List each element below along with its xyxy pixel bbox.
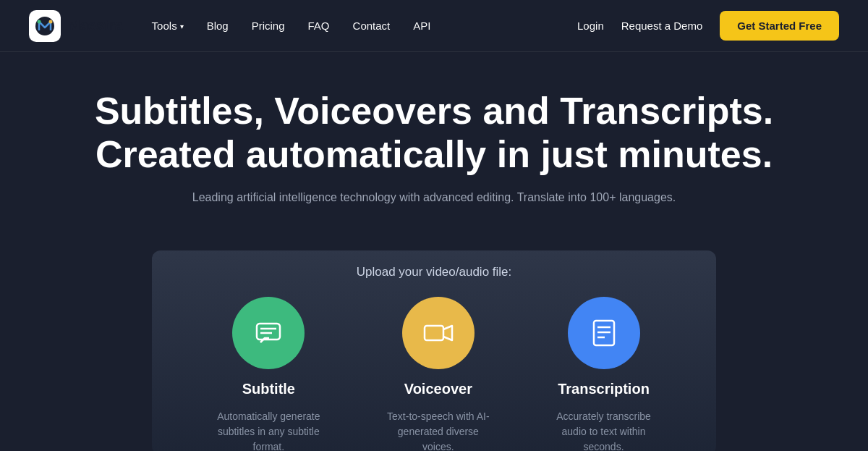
- transcription-icon-circle: [568, 297, 640, 369]
- subtitle-feature-name: Subtitle: [242, 381, 295, 397]
- login-button[interactable]: Login: [577, 20, 604, 32]
- logo[interactable]: Maestra: [29, 10, 123, 42]
- feature-card-transcription[interactable]: Transcription Accurately transcribe audi…: [549, 297, 658, 451]
- subtitle-feature-desc: Automatically generate subtitles in any …: [210, 409, 328, 451]
- get-started-button[interactable]: Get Started Free: [720, 11, 839, 41]
- transcription-feature-desc: Accurately transcribe audio to text with…: [549, 409, 658, 451]
- nav-blog[interactable]: Blog: [207, 20, 229, 32]
- logo-text: Maestra: [68, 17, 123, 34]
- voiceover-feature-name: Voiceover: [404, 381, 472, 397]
- nav-faq[interactable]: FAQ: [308, 20, 330, 32]
- upload-section: Upload your video/audio file: Subtitle A…: [152, 250, 716, 451]
- svg-rect-6: [425, 326, 443, 340]
- request-demo-button[interactable]: Request a Demo: [621, 20, 703, 32]
- nav-api[interactable]: API: [413, 20, 430, 32]
- svg-point-2: [49, 20, 53, 23]
- navbar: Maestra Tools ▾ Blog Pricing FAQ Contact…: [0, 0, 868, 52]
- svg-rect-3: [257, 324, 280, 340]
- upload-label: Upload your video/audio file:: [181, 265, 687, 279]
- voiceover-feature-desc: Text-to-speech with AI-generated diverse…: [386, 409, 491, 451]
- voiceover-icon-circle: [402, 297, 475, 369]
- svg-point-1: [38, 20, 41, 23]
- subtitle-icon-circle: [232, 297, 305, 369]
- nav-pricing[interactable]: Pricing: [252, 20, 285, 32]
- hero-title: Subtitles, Voiceovers and Transcripts. C…: [29, 90, 839, 177]
- chevron-down-icon: ▾: [180, 22, 184, 30]
- hero-subtitle: Leading artificial intelligence technolo…: [29, 191, 839, 204]
- nav-contact[interactable]: Contact: [353, 20, 391, 32]
- feature-cards: Subtitle Automatically generate subtitle…: [181, 297, 687, 451]
- nav-links: Tools ▾ Blog Pricing FAQ Contact API: [152, 20, 577, 32]
- transcription-feature-name: Transcription: [558, 381, 650, 397]
- nav-right: Login Request a Demo Get Started Free: [577, 11, 839, 41]
- nav-tools[interactable]: Tools ▾: [152, 20, 184, 32]
- feature-card-voiceover[interactable]: Voiceover Text-to-speech with AI-generat…: [386, 297, 491, 451]
- feature-card-subtitle[interactable]: Subtitle Automatically generate subtitle…: [210, 297, 328, 451]
- hero-section: Subtitles, Voiceovers and Transcripts. C…: [0, 52, 868, 250]
- logo-icon: [29, 10, 61, 42]
